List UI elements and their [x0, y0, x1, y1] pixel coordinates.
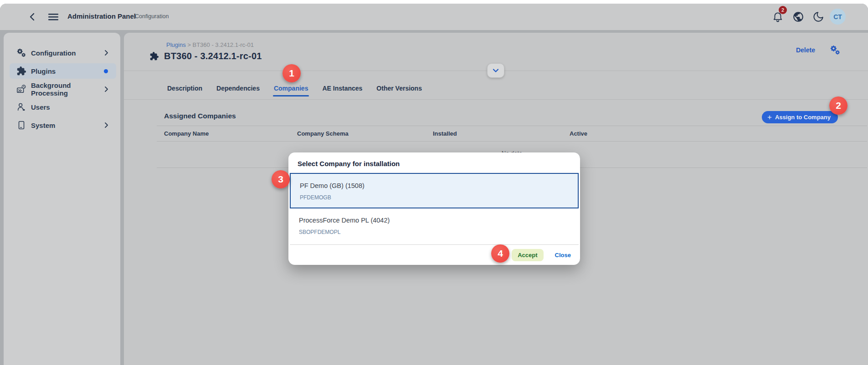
tab-description[interactable]: Description — [166, 79, 203, 97]
user-icon — [16, 102, 26, 112]
close-button[interactable]: Close — [555, 252, 571, 259]
assign-button-label: Assign to Company — [775, 114, 831, 121]
globe-icon — [792, 11, 804, 23]
company-option-schema: PFDEMOGB — [300, 194, 331, 201]
breadcrumb-separator: > — [187, 41, 191, 48]
company-option-processforce-demo-pl[interactable]: ProcessForce Demo PL (4042) SBOPFDEMOPL — [290, 208, 579, 245]
section-title: Assigned Companies — [164, 112, 236, 120]
page-title: BT360 - 3.2412.1-rc-01 — [164, 51, 262, 61]
screenshot-root: Administration Panel Configuration 2 CT — [0, 0, 868, 365]
chevron-down-icon — [492, 66, 500, 75]
breadcrumb-link-plugins[interactable]: Plugins — [166, 41, 186, 48]
tab-dependencies[interactable]: Dependencies — [216, 79, 261, 97]
annotation-circle-3: 3 — [272, 170, 290, 188]
dark-mode-button[interactable] — [812, 11, 824, 23]
sidebar-nav: Configuration Plugins — [4, 33, 120, 365]
column-header-installed: Installed — [433, 130, 457, 137]
puzzle-icon — [16, 66, 26, 76]
app-window: Administration Panel Configuration 2 CT — [0, 4, 868, 365]
app-title: Administration Panel — [67, 12, 136, 20]
breadcrumb-current: BT360 - 3.2412.1-rc-01 — [192, 41, 253, 48]
active-dot — [104, 69, 108, 73]
annotation-circle-1: 1 — [282, 64, 301, 82]
plus-icon: + — [767, 113, 772, 121]
user-avatar[interactable]: CT — [830, 9, 846, 25]
moon-icon — [812, 11, 824, 23]
chevron-right-icon — [103, 122, 110, 129]
column-header-active: Active — [570, 130, 587, 137]
sidebar-item-label: Background Processing — [31, 81, 103, 97]
sidebar-item-label: Plugins — [31, 67, 104, 75]
tab-ae-instances[interactable]: AE Instances — [321, 79, 363, 97]
inbox-clock-icon — [16, 84, 26, 94]
company-option-name: PF Demo (GB) (1508) — [300, 182, 365, 189]
sidebar-item-system[interactable]: System — [10, 117, 116, 133]
collapse-header-button[interactable] — [487, 63, 504, 78]
gears-icon — [16, 48, 26, 58]
tabs-divider — [124, 99, 868, 100]
select-company-dialog: Select Company for installation PF Demo … — [288, 152, 580, 265]
sidebar-item-label: Users — [31, 103, 116, 111]
app-subtitle: Configuration — [135, 13, 169, 20]
back-button[interactable] — [27, 11, 38, 22]
breadcrumb: Plugins > BT360 - 3.2412.1-rc-01 — [166, 41, 254, 48]
annotation-circle-2: 2 — [829, 96, 847, 115]
hamburger-icon — [47, 11, 59, 22]
notification-count-badge: 2 — [779, 6, 787, 14]
assign-to-company-button[interactable]: + Assign to Company — [762, 111, 838, 123]
tab-other-versions[interactable]: Other Versions — [375, 79, 423, 97]
annotation-circle-4: 4 — [491, 244, 509, 263]
column-header-company-name: Company Name — [164, 130, 209, 137]
accept-button[interactable]: Accept — [512, 249, 543, 261]
language-button[interactable] — [792, 11, 804, 23]
sidebar-item-configuration[interactable]: Configuration — [10, 45, 116, 61]
chevron-right-icon — [103, 86, 110, 93]
sidebar-item-plugins[interactable]: Plugins — [10, 63, 116, 79]
dialog-footer: Accept Close — [288, 245, 580, 265]
sidebar-item-background-processing[interactable]: Background Processing — [10, 81, 116, 97]
delete-button[interactable]: Delete — [796, 46, 815, 54]
page-title-row: BT360 - 3.2412.1-rc-01 — [149, 51, 262, 61]
menu-button[interactable] — [47, 11, 59, 22]
tablet-icon — [16, 120, 26, 130]
puzzle-icon — [149, 51, 159, 61]
dialog-title: Select Company for installation — [298, 160, 400, 167]
company-option-schema: SBOPFDEMOPL — [299, 229, 340, 235]
company-option-name: ProcessForce Demo PL (4042) — [299, 217, 390, 224]
column-header-company-schema: Company Schema — [297, 130, 349, 137]
sidebar-item-users[interactable]: Users — [10, 99, 116, 115]
sidebar-item-label: System — [31, 122, 103, 129]
company-option-pf-demo-gb[interactable]: PF Demo (GB) (1508) PFDEMOGB — [290, 173, 579, 208]
chevron-right-icon — [103, 49, 110, 56]
chevron-left-icon — [27, 11, 38, 22]
settings-gears-icon[interactable] — [830, 45, 841, 56]
sidebar-item-label: Configuration — [31, 49, 103, 57]
table-header-row: Company Name Company Schema Installed Ac… — [157, 126, 867, 142]
top-header-bar: Administration Panel Configuration 2 CT — [0, 4, 868, 30]
page-actions: Delete — [796, 45, 841, 56]
